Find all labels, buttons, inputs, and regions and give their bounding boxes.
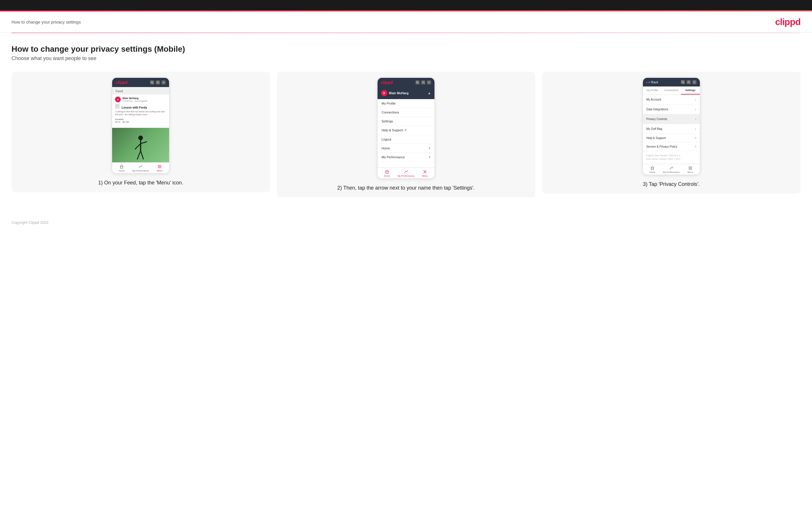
menu-item-logout[interactable]: Logout [377, 135, 435, 144]
feed-post: B Blair McHarg Yesterday · Sunningdale L… [112, 94, 169, 128]
nav-menu-label: Menu [157, 169, 162, 172]
arrow-icon: › [695, 97, 696, 102]
phone-3-bottom-nav: Home My Performance [643, 164, 700, 175]
svg-point-17 [429, 82, 429, 83]
golf-bag-label: My Golf Bag [646, 127, 662, 130]
back-button[interactable]: ‹ < Back [646, 80, 658, 84]
nav-home-2: Home [377, 169, 397, 177]
nav-menu-3[interactable]: Menu [681, 166, 700, 173]
settings-icon-2 [427, 80, 431, 84]
header: How to change your privacy settings clip… [0, 11, 812, 33]
settings-icon [162, 80, 166, 84]
phone-3-icons [681, 80, 697, 84]
menu-item-help[interactable]: Help & Support ↗ [377, 126, 435, 135]
svg-rect-25 [651, 168, 654, 170]
step-2-phone: clippd [377, 77, 435, 179]
menu-icon-3 [688, 166, 693, 170]
lesson-desc: Looking to feel like my hands are exitin… [115, 110, 166, 116]
nav-menu[interactable]: Menu [150, 164, 169, 172]
phone-1-header: clippd [112, 78, 169, 87]
performance-icon [138, 164, 143, 169]
user-icon [156, 80, 160, 84]
top-bar [0, 0, 812, 10]
search-icon [150, 80, 154, 84]
nav-menu-label-3: Menu [688, 171, 693, 173]
settings-item-privacy-controls[interactable]: Privacy Controls › [643, 114, 700, 124]
settings-item-privacy-policy[interactable]: Service & Privacy Policy [643, 143, 700, 151]
phone-2-bottom-nav: Home My Performance [377, 167, 435, 178]
footer: Copyright Clippd 2022 [0, 215, 812, 230]
nav-home-label-2: Home [384, 175, 390, 177]
menu-section-home[interactable]: Home ▾ [377, 144, 435, 153]
menu-item-profile[interactable]: My Profile [377, 99, 435, 108]
lesson-title: Lesson with Fordy [115, 104, 166, 109]
svg-line-15 [418, 83, 419, 84]
svg-line-22 [683, 83, 684, 83]
settings-tabs: My Profile Connections Settings [643, 87, 700, 95]
privacy-policy-label: Service & Privacy Policy [646, 145, 677, 148]
search-icon-3 [681, 80, 685, 84]
nav-close-label: Menu [422, 175, 428, 177]
svg-point-0 [151, 81, 153, 83]
svg-line-1 [153, 83, 154, 84]
feed-author: B Blair McHarg Yesterday · Sunningdale [115, 97, 166, 102]
settings-item-data-integrations[interactable]: Data Integrations › [643, 105, 700, 114]
settings-item-my-account[interactable]: My Account › [643, 95, 700, 105]
step-3-caption: 3) Tap 'Privacy Controls'. [643, 181, 700, 188]
golf-image [112, 128, 169, 162]
feed-tab: Feed [112, 87, 169, 94]
nav-home: Home [112, 164, 131, 172]
user-icon-3 [687, 80, 691, 84]
menu-item-settings[interactable]: Settings [377, 117, 435, 126]
svg-line-9 [141, 151, 144, 159]
settings-item-golf-bag[interactable]: My Golf Bag › [643, 124, 700, 134]
tab-settings[interactable]: Settings [681, 87, 700, 95]
data-integrations-label: Data Integrations [646, 108, 668, 111]
phone-2-icons [415, 80, 431, 84]
close-icon [423, 169, 427, 174]
search-icon-2 [415, 80, 419, 84]
breadcrumb: How to change your privacy settings [11, 19, 81, 24]
step-1-caption: 1) On your Feed, tap the 'Menu' icon. [98, 179, 183, 186]
author-name: Blair McHarg [122, 97, 147, 100]
nav-home-3: Home [643, 166, 662, 173]
nav-home-label: Home [119, 169, 125, 172]
tab-connections[interactable]: Connections [662, 87, 681, 95]
home-icon [119, 164, 124, 169]
step-3-card: ‹ < Back [542, 72, 801, 193]
svg-point-4 [138, 135, 143, 140]
version-info: Clippd Client Version: 2022.8.3-3 GGL Se… [643, 151, 700, 164]
performance-icon-2 [404, 169, 408, 174]
nav-close[interactable]: Menu [415, 169, 435, 177]
menu-user-left: B Blair McHarg [381, 90, 409, 96]
svg-line-7 [141, 142, 147, 144]
chevron-down-icon-2: ▾ [429, 155, 430, 159]
svg-point-24 [694, 82, 695, 83]
my-account-label: My Account [646, 98, 661, 101]
arrow-icon-3: › [695, 117, 696, 121]
phone-2-header: clippd [377, 78, 435, 87]
back-label: < Back [648, 80, 658, 84]
settings-list: My Account › Data Integrations › Privacy… [643, 95, 700, 151]
version-line-1: Clippd Client Version: 2022.8.3-3 [646, 154, 697, 157]
nav-performance: My Performance [131, 164, 150, 172]
page-title: How to change your privacy settings (Mob… [11, 45, 801, 54]
phone-1-icons [150, 80, 166, 84]
tab-my-profile[interactable]: My Profile [643, 87, 662, 95]
nav-performance-label: My Performance [132, 169, 149, 172]
menu-icon [157, 164, 162, 169]
menu-item-connections[interactable]: Connections [377, 108, 435, 117]
golfer-silhouette [129, 133, 152, 162]
logo: clippd [775, 17, 801, 27]
author-info: Blair McHarg Yesterday · Sunningdale [122, 97, 147, 102]
author-avatar: B [115, 97, 121, 102]
help-support-label: Help & Support [646, 136, 666, 139]
arrow-icon-4: › [695, 127, 696, 131]
menu-section-performance[interactable]: My Performance ▾ [377, 153, 435, 162]
phone-1-logo: clippd [115, 80, 128, 85]
settings-item-help[interactable]: Help & Support [643, 134, 700, 143]
step-1-card: clippd [11, 72, 270, 192]
menu-user-header: B Blair McHarg ▲ [377, 87, 435, 99]
menu-user-name: Blair McHarg [389, 91, 409, 95]
nav-performance-3: My Performance [662, 166, 681, 173]
